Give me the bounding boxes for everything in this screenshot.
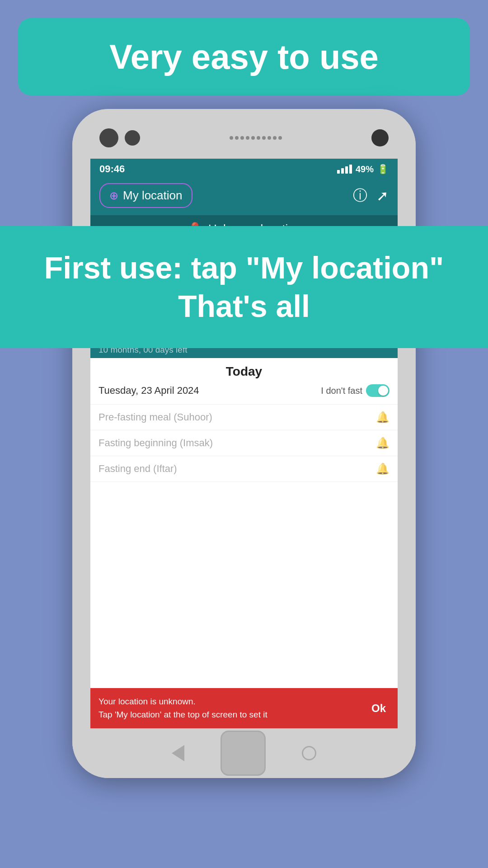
toggle-thumb [378, 386, 388, 396]
speaker-grille [230, 136, 282, 140]
top-banner-text: Very easy to use [109, 37, 379, 76]
phone-mockup: 09:46 49% 🔋 ⊕ My location ⓘ ➚ [72, 109, 416, 778]
help-icon[interactable]: ⓘ [353, 186, 367, 206]
location-pin-icon: ⊕ [109, 189, 118, 202]
my-location-button[interactable]: ⊕ My location [99, 183, 192, 208]
home-button[interactable] [221, 731, 266, 776]
main-camera-dot [99, 128, 118, 147]
bell-icon-iftar[interactable]: 🔔 [376, 462, 389, 475]
extra-row-placeholder [90, 481, 398, 500]
error-message: Your location is unknown.Tap 'My locatio… [99, 695, 267, 721]
error-bar: Your location is unknown.Tap 'My locatio… [90, 688, 398, 728]
signal-bars [337, 165, 352, 174]
phone-bottom-hardware [72, 728, 416, 778]
status-time: 09:46 [99, 163, 125, 175]
back-button [172, 745, 184, 761]
dont-fast-toggle[interactable] [366, 384, 389, 397]
status-right: 49% 🔋 [337, 164, 389, 175]
dont-fast-label: I don't fast [321, 386, 362, 396]
share-icon[interactable]: ➚ [376, 187, 389, 204]
error-ok-button[interactable]: Ok [368, 700, 389, 717]
today-section: Today Tuesday, 23 April 2024 I don't fas… [90, 358, 398, 404]
bell-icon-imsak[interactable]: 🔔 [376, 437, 389, 449]
phone-top-hardware [72, 109, 416, 159]
today-row: Tuesday, 23 April 2024 I don't fast [99, 384, 389, 397]
today-date: Tuesday, 23 April 2024 [99, 385, 199, 396]
iftar-label: Fasting end (Iftar) [99, 463, 177, 475]
location-button-label: My location [123, 189, 183, 203]
today-heading: Today [99, 364, 389, 379]
fasting-row-imsak: Fasting beginning (Imsak) 🔔 [90, 430, 398, 456]
battery-level: 49% [356, 164, 374, 175]
status-bar: 09:46 49% 🔋 [90, 159, 398, 178]
lower-phone-content: 10 months, 00 days left Today Tuesday, 2… [90, 342, 398, 728]
secondary-camera-dot [125, 130, 140, 146]
front-cameras [99, 128, 140, 147]
fasting-row-suhoor: Pre-fasting meal (Suhoor) 🔔 [90, 404, 398, 430]
battery-icon: 🔋 [377, 164, 389, 175]
middle-banner: First use: tap "My location" That's all [0, 226, 488, 348]
suhoor-label: Pre-fasting meal (Suhoor) [99, 411, 212, 423]
dont-fast-row: I don't fast [321, 384, 389, 397]
recents-button [302, 746, 316, 760]
imsak-label: Fasting beginning (Imsak) [99, 437, 213, 449]
app-header: ⊕ My location ⓘ ➚ [90, 178, 398, 215]
front-camera-right [371, 129, 389, 146]
fasting-row-iftar: Fasting end (Iftar) 🔔 [90, 456, 398, 481]
middle-banner-text: First use: tap "My location" That's all [27, 249, 461, 326]
header-icons: ⓘ ➚ [353, 186, 389, 206]
bell-icon-suhoor[interactable]: 🔔 [376, 411, 389, 424]
top-banner: Very easy to use [18, 18, 470, 95]
